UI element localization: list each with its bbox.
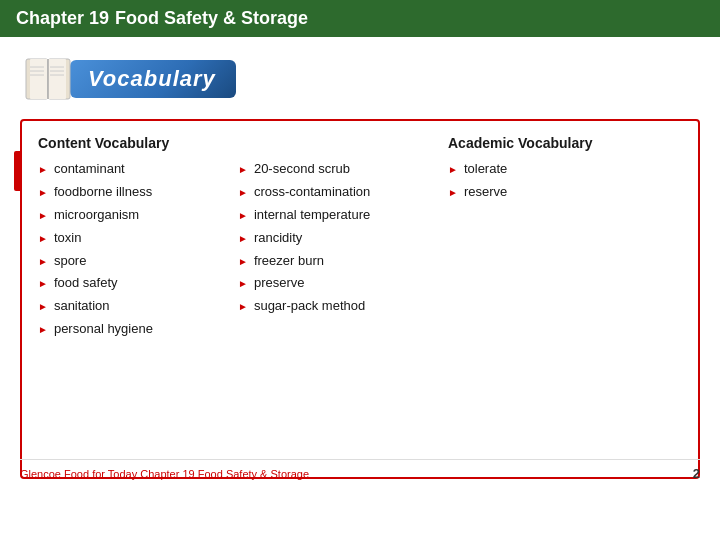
columns-container: Content Vocabulary ►contaminant►foodborn… xyxy=(38,135,682,344)
list-item: ►sanitation xyxy=(38,298,238,315)
col-academic-vocab: Academic Vocabulary ►tolerate►reserve xyxy=(448,135,682,344)
list-item: ►preserve xyxy=(238,275,448,292)
arrow-icon: ► xyxy=(238,255,248,268)
col1-header: Content Vocabulary xyxy=(38,135,238,151)
list-item: ►toxin xyxy=(38,230,238,247)
arrow-icon: ► xyxy=(38,209,48,222)
list-item: ►freezer burn xyxy=(238,253,448,270)
arrow-icon: ► xyxy=(238,186,248,199)
arrow-icon: ► xyxy=(38,255,48,268)
list-item: ►personal hygiene xyxy=(38,321,238,338)
arrow-icon: ► xyxy=(238,163,248,176)
page-number: 2 xyxy=(693,466,700,481)
arrow-icon: ► xyxy=(448,186,458,199)
page-footer: Glencoe Food for Today Chapter 19 Food S… xyxy=(20,459,700,481)
list-item: ►reserve xyxy=(448,184,682,201)
col-center-vocab: ►20-second scrub►cross-contamination►int… xyxy=(238,135,448,344)
arrow-icon: ► xyxy=(38,277,48,290)
vocab-label: Vocabulary xyxy=(88,66,216,91)
footer-highlight: Food Safety & Storage xyxy=(198,468,309,480)
arrow-icon: ► xyxy=(38,186,48,199)
book-icon xyxy=(20,53,80,105)
vocab-banner: Vocabulary xyxy=(20,53,700,105)
list-item: ►rancidity xyxy=(238,230,448,247)
list-item: ►internal temperature xyxy=(238,207,448,224)
arrow-icon: ► xyxy=(38,323,48,336)
arrow-icon: ► xyxy=(238,232,248,245)
list-item: ►cross-contamination xyxy=(238,184,448,201)
col3-list: ►tolerate►reserve xyxy=(448,161,682,201)
arrow-icon: ► xyxy=(448,163,458,176)
arrow-icon: ► xyxy=(238,300,248,313)
list-item: ►tolerate xyxy=(448,161,682,178)
arrow-icon: ► xyxy=(238,209,248,222)
chapter-label: Chapter 19 xyxy=(16,8,109,29)
vocab-label-background: Vocabulary xyxy=(70,60,236,98)
list-item: ►contaminant xyxy=(38,161,238,178)
arrow-icon: ► xyxy=(38,163,48,176)
list-item: ►spore xyxy=(38,253,238,270)
list-item: ►20-second scrub xyxy=(238,161,448,178)
arrow-icon: ► xyxy=(38,300,48,313)
list-item: ►foodborne illness xyxy=(38,184,238,201)
col-content-vocab: Content Vocabulary ►contaminant►foodborn… xyxy=(38,135,238,344)
list-item: ►microorganism xyxy=(38,207,238,224)
list-item: ►sugar-pack method xyxy=(238,298,448,315)
main-content: Vocabulary Content Vocabulary ►contamina… xyxy=(0,37,720,489)
arrow-icon: ► xyxy=(38,232,48,245)
footer-prefix: Glencoe Food for Today Chapter 19 xyxy=(20,468,198,480)
col1-list: ►contaminant►foodborne illness►microorga… xyxy=(38,161,238,338)
list-item: ►food safety xyxy=(38,275,238,292)
svg-rect-3 xyxy=(48,59,66,99)
page-header: Chapter 19 Food Safety & Storage xyxy=(0,0,720,37)
col3-header: Academic Vocabulary xyxy=(448,135,682,151)
chapter-title: Food Safety & Storage xyxy=(115,8,308,29)
content-box: Content Vocabulary ►contaminant►foodborn… xyxy=(20,119,700,479)
footer-text: Glencoe Food for Today Chapter 19 Food S… xyxy=(20,468,309,480)
arrow-icon: ► xyxy=(238,277,248,290)
svg-rect-1 xyxy=(30,59,48,99)
col2-list: ►20-second scrub►cross-contamination►int… xyxy=(238,161,448,315)
